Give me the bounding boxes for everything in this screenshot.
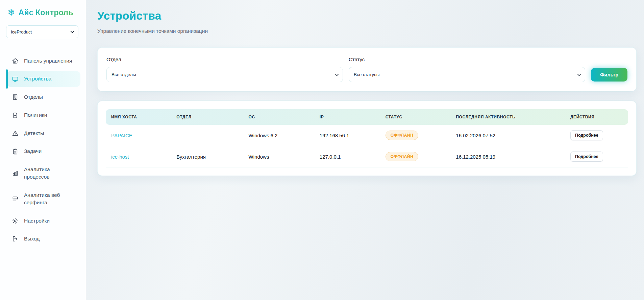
sidebar-item-label: Задачи (24, 147, 42, 155)
sidebar-item-tasks[interactable]: Задачи (7, 143, 80, 159)
department-filter-select[interactable]: Все отделы (106, 67, 343, 82)
department-cell: — (171, 133, 243, 138)
home-icon (12, 57, 19, 64)
clipboard-icon (12, 148, 19, 155)
column-header-0: ИМЯ ХОСТА (106, 115, 171, 119)
monitor-icon (12, 76, 19, 83)
column-header-3: IP (314, 115, 380, 119)
column-header-2: ОС (243, 115, 314, 119)
building-icon (12, 94, 19, 100)
hostname-cell: PAPAICE (106, 133, 171, 138)
page-title: Устройства (97, 9, 637, 22)
sidebar-item-web-analytics[interactable]: Аналитика веб серфинга (7, 187, 80, 211)
gear-icon (12, 217, 19, 224)
department-cell: Бухгалтерия (171, 154, 243, 160)
status-filter-field: Статус Все статусы (349, 56, 585, 82)
page-subtitle: Управление конечными точками организации (97, 28, 637, 34)
sidebar-item-label: Отделы (24, 93, 43, 101)
sidebar-item-label: Аналитика процессов (24, 166, 75, 181)
logout-icon (12, 235, 19, 242)
sidebar-item-departments[interactable]: Отделы (7, 89, 80, 105)
sidebar-item-label: Аналитика веб серфинга (24, 191, 75, 207)
sidebar-item-settings[interactable]: Настройки (7, 213, 80, 229)
document-icon (12, 112, 19, 119)
hostname-link[interactable]: PAPAICE (111, 133, 132, 138)
sidebar-item-policies[interactable]: Политики (7, 107, 80, 123)
os-cell: Windows (243, 154, 314, 160)
column-header-6: ДЕЙСТВИЯ (565, 115, 628, 119)
devices-table-card: ИМЯ ХОСТАОТДЕЛОСIPСТАТУСПОСЛЕДНЯЯ АКТИВН… (97, 101, 637, 176)
sidebar-item-logout[interactable]: Выход (7, 231, 80, 247)
ip-cell: 127.0.0.1 (314, 154, 380, 160)
sidebar-item-label: Настройки (24, 217, 50, 225)
table-row: ice-hostБухгалтерияWindows127.0.0.1ОФФЛА… (106, 146, 628, 167)
column-header-1: ОТДЕЛ (171, 115, 243, 119)
sidebar-item-label: Детекты (24, 130, 44, 137)
status-badge: ОФФЛАЙН (386, 131, 419, 140)
hostname-cell: ice-host (106, 154, 171, 160)
actions-cell: Подробнее (565, 130, 628, 140)
sidebar-item-detects[interactable]: Детекты (7, 125, 80, 141)
department-filter-field: Отдел Все отделы (106, 56, 343, 82)
warning-triangle-icon (12, 130, 19, 137)
sidebar-item-dashboard[interactable]: Панель управления (7, 53, 80, 69)
status-badge: ОФФЛАЙН (386, 152, 419, 161)
column-header-4: СТАТУС (380, 115, 451, 119)
last-activity-cell: 16.02.2026 07:52 (450, 133, 565, 138)
bar-chart-icon (12, 170, 19, 177)
sidebar-item-devices[interactable]: Устройства (7, 71, 80, 87)
brand-logo: ❄ Айс Контроль (0, 8, 86, 17)
product-select[interactable]: IceProduct (6, 25, 78, 38)
status-cell: ОФФЛАЙН (380, 131, 451, 140)
sidebar-item-label: Панель управления (24, 57, 72, 65)
status-cell: ОФФЛАЙН (380, 152, 451, 161)
browser-lines-icon (12, 195, 19, 202)
filter-panel: Отдел Все отделы Статус Все статусы Филь… (97, 47, 637, 91)
table-row: PAPAICE—Windows 6.2192.168.56.1ОФФЛАЙН16… (106, 125, 628, 146)
last-activity-cell: 16.12.2025 05:19 (450, 154, 565, 160)
os-cell: Windows 6.2 (243, 133, 314, 138)
brand-name: Айс Контроль (19, 8, 73, 17)
sidebar-item-label: Выход (24, 235, 40, 243)
sidebar-item-label: Устройства (24, 75, 51, 83)
sidebar-nav: Панель управленияУстройстваОтделыПолитик… (0, 53, 86, 247)
sidebar-item-process-analytics[interactable]: Аналитика процессов (7, 162, 80, 185)
device-table-body: PAPAICE—Windows 6.2192.168.56.1ОФФЛАЙН16… (106, 125, 628, 167)
column-header-5: ПОСЛЕДНЯЯ АКТИВНОСТЬ (450, 115, 565, 119)
ip-cell: 192.168.56.1 (314, 133, 380, 138)
details-button[interactable]: Подробнее (570, 152, 603, 162)
device-table-header: ИМЯ ХОСТАОТДЕЛОСIPСТАТУСПОСЛЕДНЯЯ АКТИВН… (106, 109, 628, 125)
actions-cell: Подробнее (565, 152, 628, 162)
main-content: Устройства Управление конечными точками … (86, 0, 644, 300)
sidebar: ❄ Айс Контроль IceProduct Панель управле… (0, 0, 86, 300)
status-filter-select[interactable]: Все статусы (349, 67, 585, 82)
filter-submit-button[interactable]: Фильтр (591, 68, 627, 82)
details-button[interactable]: Подробнее (570, 130, 603, 140)
hostname-link[interactable]: ice-host (111, 154, 129, 160)
status-filter-label: Статус (349, 56, 585, 62)
snowflake-icon: ❄ (7, 8, 15, 17)
sidebar-item-label: Политики (24, 111, 47, 119)
department-filter-label: Отдел (106, 56, 343, 62)
